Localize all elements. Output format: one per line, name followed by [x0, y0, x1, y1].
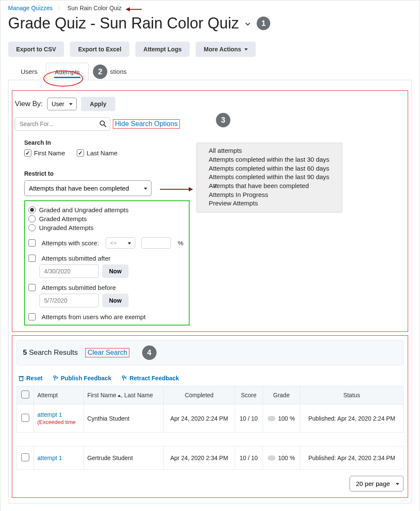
publish-feedback-action[interactable]: Publish Feedback: [53, 375, 111, 382]
radio-ungraded[interactable]: Ungraded Attempts: [28, 224, 185, 231]
title-dropdown-caret-icon[interactable]: [245, 20, 251, 27]
retract-feedback-action[interactable]: Retract Feedback: [121, 375, 179, 382]
clear-search-link[interactable]: Clear Search: [87, 349, 127, 356]
restrict-dropdown-popup: All attempts Attempts completed within t…: [196, 143, 342, 213]
cell-name: Cynthia Student: [84, 404, 163, 432]
attempt-link[interactable]: attempt 1: [37, 455, 62, 461]
step-2-badge: 2: [93, 65, 107, 79]
col-attempt[interactable]: Attempt: [34, 386, 84, 404]
step-1-badge: 1: [257, 17, 270, 30]
restrict-option[interactable]: Preview Attempts: [209, 199, 337, 208]
cell-status: Published: Apr 24, 2020 2:34 PM: [300, 446, 403, 470]
annotation-arrow-icon: [159, 185, 193, 193]
table-row: attempt 1(Exceeded time Cynthia Student …: [17, 404, 403, 432]
page-title: Grade Quiz - Sun Rain Color Quiz: [8, 14, 239, 32]
percent-label: %: [178, 239, 183, 247]
radio-both[interactable]: Graded and Ungraded attempts: [28, 206, 185, 213]
hide-search-options-link[interactable]: Hide Search Options: [115, 120, 178, 127]
col-score[interactable]: Score: [235, 386, 263, 404]
score-operator-select[interactable]: [106, 237, 135, 249]
tab-questions[interactable]: stions: [110, 63, 135, 80]
svg-marker-1: [126, 7, 130, 11]
cell-status: Published: Apr 24, 2020 2:24 PM: [300, 404, 403, 432]
cell-name: Gertrude Student: [84, 446, 163, 470]
tab-users[interactable]: Users: [12, 63, 46, 80]
search-icon[interactable]: [99, 120, 107, 128]
restrict-option[interactable]: Attempts completed within the last 30 da…: [209, 155, 337, 164]
step-4-badge: 4: [142, 345, 157, 360]
select-all-checkbox[interactable]: [21, 390, 29, 399]
restrict-option[interactable]: Attempts completed within the last 90 da…: [209, 173, 337, 182]
firstname-checkbox[interactable]: First Name: [24, 149, 65, 157]
cell-score: 10 / 10: [235, 446, 263, 470]
action-bar: Export to CSV Export to Excel Attempt Lo…: [0, 38, 420, 63]
score-checkbox[interactable]: Attempts with score: %: [28, 237, 185, 249]
per-page-select[interactable]: 20 per page: [350, 476, 403, 491]
cell-grade: 100 %: [263, 404, 300, 432]
lastname-checkbox[interactable]: Last Name: [77, 149, 118, 157]
restrict-option[interactable]: All attempts: [209, 146, 337, 155]
cell-score: 10 / 10: [235, 404, 263, 432]
content-panel: View By: User Apply Hide Search Options: [8, 80, 412, 503]
export-csv-button[interactable]: Export to CSV: [8, 42, 64, 57]
filter-options-region: Graded and Ungraded attempts Graded Atte…: [24, 200, 190, 326]
apply-button[interactable]: Apply: [81, 97, 115, 111]
export-excel-button[interactable]: Export to Excel: [70, 42, 129, 57]
radio-graded[interactable]: Graded Attempts: [28, 215, 185, 222]
attempt-logs-button[interactable]: Attempt Logs: [135, 42, 190, 57]
restrict-option[interactable]: Attempts In Progress: [209, 191, 337, 199]
tabs: Users Attempts 2 stions: [0, 63, 420, 80]
before-now-button[interactable]: Now: [102, 294, 129, 307]
restrict-option-selected[interactable]: Attempts that have been completed: [209, 182, 337, 191]
svg-point-8: [54, 376, 56, 378]
breadcrumb: Manage Quizzes 〉 Sun Rain Color Quiz: [0, 0, 420, 13]
attempt-link[interactable]: attempt 1: [37, 411, 62, 418]
cell-completed: Apr 24, 2020 2:24 PM: [164, 404, 235, 432]
col-completed[interactable]: Completed: [164, 386, 235, 404]
search-options-region: View By: User Apply Hide Search Options: [12, 90, 408, 332]
cell-completed: Apr 24, 2020 2:34 PM: [164, 446, 235, 470]
svg-rect-6: [20, 377, 23, 381]
restrict-option[interactable]: Attempts completed within the last 60 da…: [209, 164, 337, 173]
viewby-select[interactable]: User: [47, 98, 77, 110]
after-date-input[interactable]: [39, 264, 99, 278]
table-row: attempt 1 Gertrude Student Apr 24, 2020 …: [17, 446, 403, 470]
search-input[interactable]: [15, 117, 110, 131]
grade-toggle-icon[interactable]: [268, 455, 275, 460]
exceeded-note: (Exceeded time: [37, 419, 80, 425]
reset-action[interactable]: Reset: [18, 375, 42, 382]
col-status[interactable]: Status: [300, 386, 403, 404]
svg-line-3: [104, 125, 106, 127]
row-checkbox[interactable]: [21, 453, 29, 461]
sort-ascending-icon: [118, 395, 121, 397]
restrict-select[interactable]: Attempts that have been completed: [24, 180, 151, 196]
more-actions-button[interactable]: More Actions: [196, 42, 256, 57]
before-checkbox[interactable]: Attempts submitted before: [28, 284, 185, 291]
after-now-button[interactable]: Now: [102, 264, 129, 278]
after-checkbox[interactable]: Attempts submitted after: [28, 255, 185, 262]
chevron-right-icon: 〉: [58, 6, 62, 11]
svg-point-9: [123, 376, 125, 378]
col-grade[interactable]: Grade: [263, 386, 300, 404]
col-name[interactable]: First Name, Last Name: [84, 386, 163, 404]
cell-grade: 100 %: [263, 446, 300, 470]
row-checkbox[interactable]: [21, 414, 29, 422]
score-value-input[interactable]: [141, 237, 171, 249]
svg-marker-5: [189, 187, 193, 191]
viewby-label: View By:: [15, 100, 43, 108]
annotation-arrow-icon: [126, 5, 143, 12]
svg-point-2: [100, 121, 104, 125]
grade-toggle-icon[interactable]: [268, 416, 275, 421]
results-bar: 5 Search Results Clear Search 4: [17, 340, 403, 365]
results-region: 5 Search Results Clear Search 4 Reset Pu…: [12, 335, 408, 498]
breadcrumb-current: Sun Rain Color Quiz: [67, 5, 122, 11]
results-table: Attempt First Name, Last Name Completed …: [17, 386, 403, 470]
tab-attempts[interactable]: Attempts: [46, 63, 89, 80]
before-date-input[interactable]: [39, 294, 99, 307]
exempt-checkbox[interactable]: Attempts from users who are exempt: [28, 313, 185, 320]
breadcrumb-root-link[interactable]: Manage Quizzes: [8, 5, 53, 11]
